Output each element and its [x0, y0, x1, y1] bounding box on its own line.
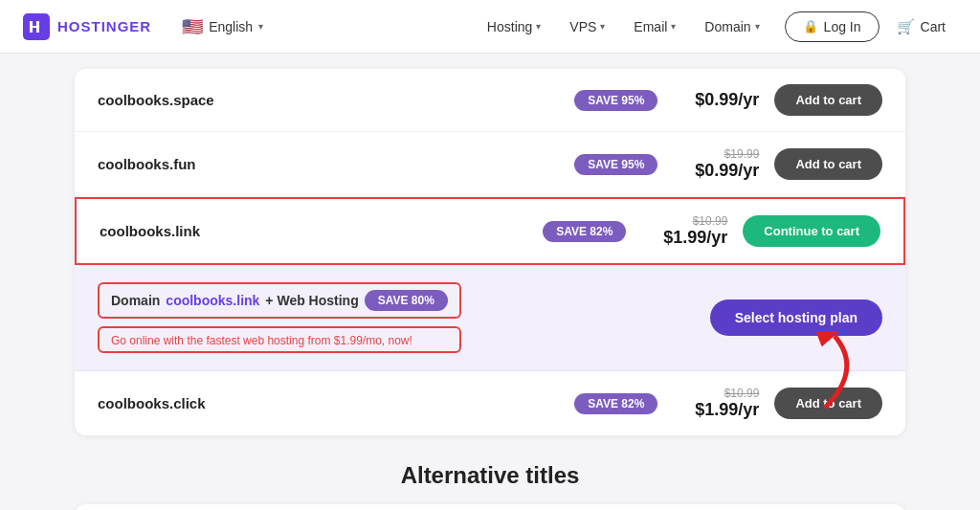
domain-name: coolbooks.fun	[98, 156, 559, 172]
nav-vps-label: VPS	[569, 19, 596, 34]
domain-name: coolbooks.click	[98, 395, 559, 411]
nav-menu: Hosting ▾ VPS ▾ Email ▾ Domain ▾ 🔒 Log I…	[476, 11, 957, 42]
domain-results-card: coolbooks.space SAVE 95% $0.99/yr Add to…	[75, 69, 905, 435]
nav-domain[interactable]: Domain ▾	[693, 11, 770, 42]
price-block: $0.99/yr	[673, 90, 759, 110]
continue-to-cart-button[interactable]: Continue to cart	[743, 215, 880, 247]
nav-hosting[interactable]: Hosting ▾	[476, 11, 552, 42]
add-to-cart-button-fun[interactable]: Add to cart	[774, 148, 882, 180]
main-content: coolbooks.space SAVE 95% $0.99/yr Add to…	[59, 54, 921, 510]
chevron-down-icon: ▾	[600, 21, 605, 32]
bundle-info: Domain coolbooks.link + Web Hosting SAVE…	[98, 282, 461, 353]
chevron-down-icon: ▾	[258, 21, 263, 32]
save-badge: SAVE 95%	[574, 154, 657, 175]
cart-label: Cart	[921, 19, 946, 34]
bundle-title-box: Domain coolbooks.link + Web Hosting SAVE…	[98, 282, 461, 319]
price-main: $0.99/yr	[695, 90, 759, 110]
price-block: $19.99 $0.99/yr	[673, 147, 759, 181]
alt-domain-row-1: real-cool-books.com SAVE 29% $13.99 $9.9…	[75, 504, 905, 510]
bundle-row: Domain coolbooks.link + Web Hosting SAVE…	[75, 265, 905, 371]
domain-name: coolbooks.link	[100, 223, 527, 239]
language-label: English	[209, 19, 253, 34]
price-original: $19.99	[724, 147, 760, 161]
price-main: $0.99/yr	[695, 161, 759, 181]
nav-vps[interactable]: VPS ▾	[558, 11, 616, 42]
nav-email-label: Email	[634, 19, 667, 34]
lock-icon: 🔒	[803, 19, 818, 33]
alt-domain-results-card: real-cool-books.com SAVE 29% $13.99 $9.9…	[75, 504, 905, 510]
bundle-action: Select hosting plan	[710, 299, 882, 336]
login-button[interactable]: 🔒 Log In	[785, 11, 880, 42]
navbar: HOSTINGER 🇺🇸 English ▾ Hosting ▾ VPS ▾ E…	[0, 0, 980, 54]
bundle-domain-suffix: + Web Hosting	[265, 293, 358, 308]
price-main: $1.99/yr	[663, 228, 727, 248]
nav-domain-label: Domain	[704, 19, 750, 34]
logo[interactable]: HOSTINGER	[23, 13, 151, 40]
bundle-domain-prefix: Domain	[111, 293, 160, 308]
save-badge: SAVE 95%	[574, 90, 657, 111]
price-original: $10.99	[693, 214, 728, 228]
domain-row-click: coolbooks.click SAVE 82% $10.99 $1.99/yr…	[75, 371, 905, 435]
price-block: $10.99 $1.99/yr	[641, 214, 727, 248]
domain-row-link: coolbooks.link SAVE 82% $10.99 $1.99/yr …	[75, 197, 905, 265]
bundle-subtitle-box: Go online with the fastest web hosting f…	[98, 326, 461, 353]
nav-email[interactable]: Email ▾	[622, 11, 687, 42]
add-to-cart-button-space[interactable]: Add to cart	[774, 84, 882, 116]
chevron-down-icon: ▾	[536, 21, 541, 32]
logo-icon	[23, 13, 50, 40]
red-arrow-icon	[815, 331, 892, 417]
login-label: Log In	[824, 19, 861, 34]
bundle-save-badge: SAVE 80%	[365, 290, 448, 311]
nav-hosting-label: Hosting	[487, 19, 532, 34]
bundle-subtitle: Go online with the fastest web hosting f…	[111, 334, 412, 347]
save-badge: SAVE 82%	[574, 393, 657, 414]
flag-icon: 🇺🇸	[182, 16, 203, 37]
domain-row-space: coolbooks.space SAVE 95% $0.99/yr Add to…	[75, 69, 905, 132]
logo-text: HOSTINGER	[57, 18, 151, 34]
domain-name: coolbooks.space	[98, 92, 559, 108]
price-original: $10.99	[724, 387, 760, 400]
price-block: $10.99 $1.99/yr	[673, 387, 759, 420]
language-selector[interactable]: 🇺🇸 English ▾	[182, 16, 263, 37]
cart-icon: 🛒	[897, 18, 915, 35]
chevron-down-icon: ▾	[671, 21, 676, 32]
price-main: $1.99/yr	[695, 400, 759, 420]
domain-row-fun: coolbooks.fun SAVE 95% $19.99 $0.99/yr A…	[75, 132, 905, 197]
bundle-title: Domain coolbooks.link + Web Hosting SAVE…	[98, 282, 461, 319]
alt-section-title: Alternative titles	[75, 462, 905, 489]
bundle-domain-link: coolbooks.link	[166, 293, 259, 308]
save-badge: SAVE 82%	[543, 221, 626, 242]
chevron-down-icon: ▾	[755, 21, 760, 32]
cart-button[interactable]: 🛒 Cart	[885, 11, 957, 42]
